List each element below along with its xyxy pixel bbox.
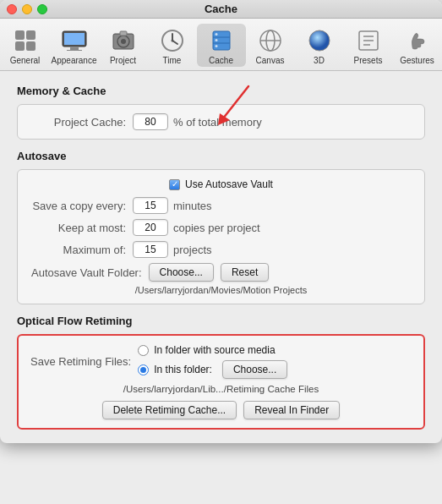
radio-folder-label: In this folder: — [154, 364, 212, 375]
presets-label: Presets — [354, 56, 383, 65]
keep-at-most-unit: copies per project — [173, 222, 260, 234]
general-icon — [12, 27, 39, 54]
retiming-files-label: Save Retiming Files: — [30, 355, 138, 368]
svg-rect-5 — [64, 33, 85, 45]
project-icon — [110, 27, 137, 54]
traffic-lights — [7, 4, 47, 14]
toolbar-item-canvas[interactable]: Canvas — [246, 24, 295, 67]
svg-rect-7 — [67, 50, 82, 51]
toolbar-item-gestures[interactable]: Gestures — [393, 24, 442, 67]
svg-rect-6 — [70, 47, 79, 50]
maximum-of-input[interactable] — [133, 241, 168, 258]
autosave-checkbox[interactable]: ✓ — [169, 179, 180, 190]
save-copy-row: Save a copy every: minutes — [31, 197, 411, 214]
gestures-label: Gestures — [400, 56, 434, 65]
svg-point-19 — [215, 33, 217, 36]
optical-folder-path: /Users/larryjordan/Lib.../Retiming Cache… — [30, 384, 412, 394]
optical-choose-button[interactable]: Choose... — [222, 360, 287, 379]
appearance-label: Appearance — [52, 56, 97, 65]
optical-flow-section: Optical Flow Retiming Save Retiming File… — [17, 315, 425, 430]
radio-option-source[interactable]: In folder with source media — [138, 344, 287, 356]
project-cache-unit: % of total memory — [173, 116, 262, 129]
toolbar-item-appearance[interactable]: Appearance — [50, 24, 99, 67]
svg-point-21 — [215, 45, 217, 47]
optical-flow-body: Save Retiming Files: In folder with sour… — [17, 334, 425, 430]
toolbar: General Appearance — [0, 19, 442, 71]
keep-at-most-input[interactable] — [133, 219, 168, 236]
svg-rect-2 — [15, 41, 25, 51]
3d-label: 3D — [314, 56, 325, 65]
maximum-of-row: Maximum of: projects — [31, 241, 411, 258]
svg-point-20 — [215, 39, 217, 41]
save-copy-input[interactable] — [133, 197, 168, 214]
delete-retiming-button[interactable]: Delete Retiming Cache... — [102, 401, 237, 419]
vault-folder-label: Autosave Vault Folder: — [31, 266, 142, 279]
toolbar-item-cache[interactable]: Cache — [197, 24, 246, 67]
maximum-of-label: Maximum of: — [31, 244, 133, 256]
radio-dot — [140, 367, 146, 373]
svg-rect-1 — [26, 30, 35, 40]
save-copy-label: Save a copy every: — [31, 200, 133, 212]
preferences-window: Cache General — [0, 0, 442, 443]
svg-point-25 — [309, 30, 330, 51]
project-label: Project — [110, 56, 136, 65]
radio-source-label: In folder with source media — [154, 344, 275, 356]
autosave-title: Autosave — [17, 150, 425, 162]
memory-cache-body: Project Cache: % of total memory — [17, 104, 425, 140]
autosave-folder-row: Autosave Vault Folder: Choose... Reset — [31, 263, 411, 282]
autosave-checkbox-wrap[interactable]: ✓ Use Autosave Vault — [169, 178, 273, 190]
keep-at-most-label: Keep at most: — [31, 222, 133, 234]
window-title: Cache — [0, 3, 442, 15]
memory-cache-title: Memory & Cache — [17, 85, 425, 97]
cache-label: Cache — [209, 56, 233, 65]
maximize-button[interactable] — [37, 4, 47, 14]
radio-folder-circle[interactable] — [138, 364, 149, 375]
retiming-files-row: Save Retiming Files: In folder with sour… — [30, 344, 412, 379]
time-label: Time — [163, 56, 182, 65]
appearance-icon — [61, 27, 88, 54]
project-cache-label: Project Cache: — [31, 116, 133, 129]
optical-buttons: Delete Retiming Cache... Reveal In Finde… — [30, 401, 412, 419]
toolbar-item-3d[interactable]: 3D — [295, 24, 344, 67]
optical-flow-title: Optical Flow Retiming — [17, 315, 425, 327]
minimize-button[interactable] — [22, 4, 32, 14]
general-label: General — [10, 56, 41, 65]
toolbar-wrapper: General Appearance — [0, 19, 442, 71]
autosave-section: Autosave ✓ Use Autosave Vault Save a cop… — [17, 150, 425, 304]
radio-source-circle[interactable] — [138, 345, 149, 356]
toolbar-item-project[interactable]: Project — [99, 24, 148, 67]
autosave-vault-label: Use Autosave Vault — [185, 178, 273, 190]
autosave-body: ✓ Use Autosave Vault Save a copy every: … — [17, 169, 425, 304]
toolbar-item-presets[interactable]: Presets — [344, 24, 393, 67]
autosave-vault-row: ✓ Use Autosave Vault — [31, 178, 411, 190]
svg-point-15 — [171, 40, 173, 42]
checkmark-icon: ✓ — [172, 180, 178, 189]
project-cache-row: Project Cache: % of total memory — [31, 113, 411, 130]
canvas-label: Canvas — [256, 56, 285, 65]
retiming-radio-options: In folder with source media In this fold… — [138, 344, 287, 379]
autosave-choose-button[interactable]: Choose... — [149, 263, 214, 282]
autosave-reset-button[interactable]: Reset — [221, 263, 269, 282]
reveal-in-finder-button[interactable]: Reveal In Finder — [243, 401, 340, 419]
close-button[interactable] — [7, 4, 17, 14]
3d-icon — [306, 27, 333, 54]
svg-rect-11 — [120, 31, 127, 36]
gestures-icon — [404, 27, 431, 54]
toolbar-item-time[interactable]: Time — [148, 24, 197, 67]
keep-at-most-row: Keep at most: copies per project — [31, 219, 411, 236]
project-cache-input[interactable] — [133, 113, 168, 130]
radio-option-folder[interactable]: In this folder: Choose... — [138, 360, 287, 379]
preferences-content: Memory & Cache Project Cache: % of total… — [0, 71, 442, 443]
svg-rect-3 — [26, 41, 35, 51]
toolbar-item-general[interactable]: General — [1, 24, 50, 67]
save-copy-unit: minutes — [173, 200, 212, 212]
maximum-of-unit: projects — [173, 244, 212, 256]
cache-icon — [208, 27, 235, 54]
memory-cache-section: Memory & Cache Project Cache: % of total… — [17, 85, 425, 140]
presets-icon — [355, 27, 382, 54]
svg-point-10 — [121, 39, 126, 44]
autosave-folder-path: /Users/larryjordan/Movies/Motion Project… — [31, 285, 411, 295]
time-icon — [159, 27, 186, 54]
titlebar: Cache — [0, 0, 442, 19]
svg-rect-0 — [15, 30, 25, 40]
